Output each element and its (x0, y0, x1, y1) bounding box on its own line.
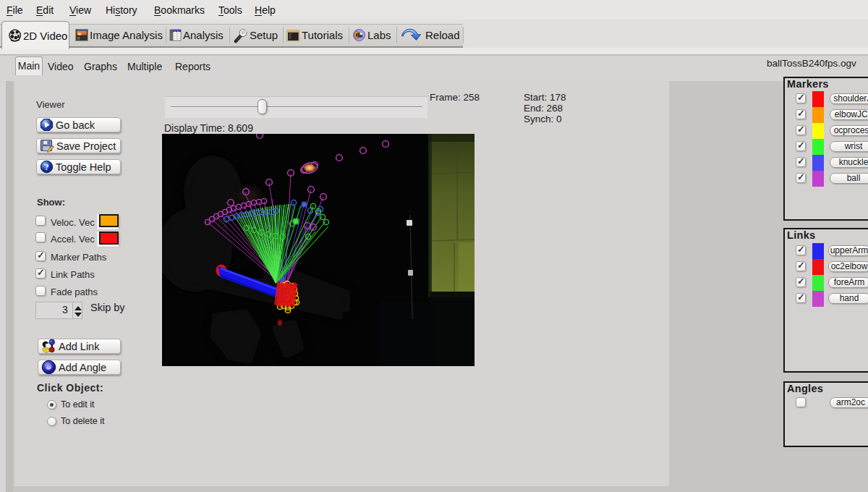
svg-text:ω: ω (46, 364, 51, 370)
svg-text:?: ? (45, 162, 49, 172)
